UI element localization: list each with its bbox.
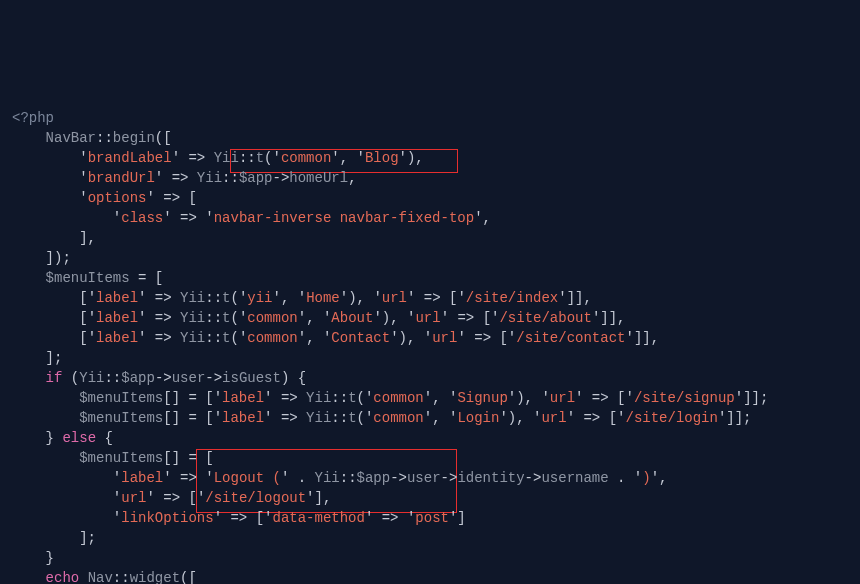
php-open-tag: <?php <box>12 110 54 126</box>
code-block: <?php NavBar::begin([ 'brandLabel' => Yi… <box>12 88 848 584</box>
